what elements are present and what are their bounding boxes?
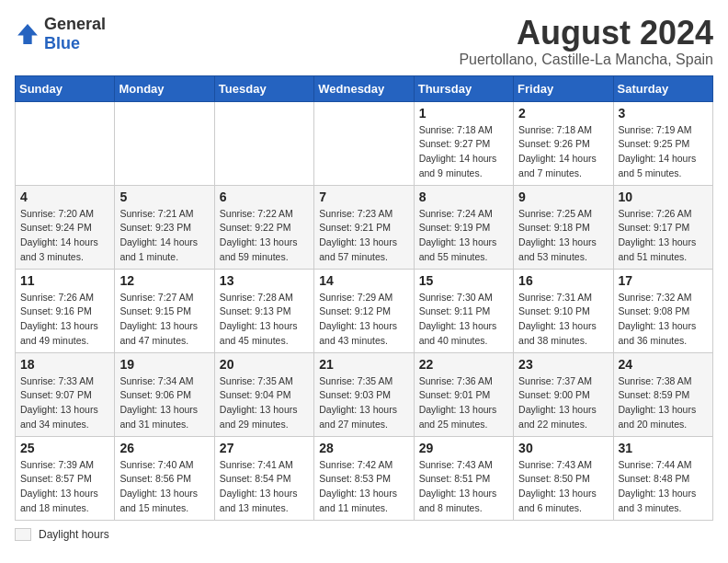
day-info: Sunrise: 7:20 AM Sunset: 9:24 PM Dayligh… [20, 207, 109, 265]
day-info: Sunrise: 7:37 AM Sunset: 9:00 PM Dayligh… [518, 374, 608, 432]
day-number: 12 [119, 273, 209, 288]
day-number: 14 [319, 273, 408, 288]
day-number: 26 [119, 441, 209, 455]
calendar-cell: 21Sunrise: 7:35 AM Sunset: 9:03 PM Dayli… [314, 352, 414, 436]
day-number: 22 [419, 357, 508, 372]
day-info: Sunrise: 7:35 AM Sunset: 9:03 PM Dayligh… [319, 374, 408, 432]
calendar-cell: 20Sunrise: 7:35 AM Sunset: 9:04 PM Dayli… [214, 352, 313, 436]
calendar-cell: 28Sunrise: 7:42 AM Sunset: 8:53 PM Dayli… [314, 436, 414, 520]
calendar-cell: 9Sunrise: 7:25 AM Sunset: 9:18 PM Daylig… [514, 185, 613, 269]
day-number: 21 [319, 357, 408, 372]
calendar-cell [314, 101, 414, 185]
calendar-cell: 3Sunrise: 7:19 AM Sunset: 9:25 PM Daylig… [613, 101, 712, 185]
calendar-cell: 10Sunrise: 7:26 AM Sunset: 9:17 PM Dayli… [613, 185, 712, 269]
day-info: Sunrise: 7:25 AM Sunset: 9:18 PM Dayligh… [518, 207, 608, 265]
day-info: Sunrise: 7:32 AM Sunset: 9:08 PM Dayligh… [619, 291, 708, 349]
calendar-cell: 14Sunrise: 7:29 AM Sunset: 9:12 PM Dayli… [314, 269, 414, 352]
calendar-cell: 11Sunrise: 7:26 AM Sunset: 9:16 PM Dayli… [16, 269, 115, 352]
calendar-week-row: 18Sunrise: 7:33 AM Sunset: 9:07 PM Dayli… [16, 352, 713, 436]
day-number: 5 [119, 190, 209, 204]
day-number: 19 [119, 357, 209, 372]
logo-general: General [44, 15, 106, 33]
day-number: 1 [419, 106, 508, 121]
day-info: Sunrise: 7:28 AM Sunset: 9:13 PM Dayligh… [220, 291, 309, 349]
day-info: Sunrise: 7:29 AM Sunset: 9:12 PM Dayligh… [319, 291, 408, 349]
day-info: Sunrise: 7:31 AM Sunset: 9:10 PM Dayligh… [518, 291, 608, 349]
calendar-cell [16, 101, 115, 185]
day-info: Sunrise: 7:36 AM Sunset: 9:01 PM Dayligh… [419, 374, 508, 432]
day-number: 27 [220, 441, 309, 455]
day-info: Sunrise: 7:38 AM Sunset: 8:59 PM Dayligh… [619, 374, 708, 432]
day-info: Sunrise: 7:21 AM Sunset: 9:23 PM Dayligh… [119, 207, 209, 265]
calendar-cell: 12Sunrise: 7:27 AM Sunset: 9:15 PM Dayli… [115, 269, 214, 352]
day-number: 28 [319, 441, 408, 455]
calendar-header-row: SundayMondayTuesdayWednesdayThursdayFrid… [16, 75, 713, 101]
calendar-week-row: 11Sunrise: 7:26 AM Sunset: 9:16 PM Dayli… [16, 269, 713, 352]
day-info: Sunrise: 7:24 AM Sunset: 9:19 PM Dayligh… [419, 207, 508, 265]
calendar-day-header: Wednesday [314, 75, 414, 101]
day-number: 20 [220, 357, 309, 372]
day-info: Sunrise: 7:22 AM Sunset: 9:22 PM Dayligh… [220, 207, 309, 265]
day-number: 9 [518, 190, 608, 204]
calendar-cell: 6Sunrise: 7:22 AM Sunset: 9:22 PM Daylig… [214, 185, 313, 269]
day-info: Sunrise: 7:19 AM Sunset: 9:25 PM Dayligh… [619, 123, 708, 181]
day-number: 17 [619, 273, 708, 288]
calendar-cell: 25Sunrise: 7:39 AM Sunset: 8:57 PM Dayli… [16, 436, 115, 520]
day-number: 31 [619, 441, 708, 455]
page-header: General Blue August 2024 Puertollano, Ca… [15, 15, 713, 68]
calendar-cell: 4Sunrise: 7:20 AM Sunset: 9:24 PM Daylig… [16, 185, 115, 269]
day-info: Sunrise: 7:26 AM Sunset: 9:17 PM Dayligh… [619, 207, 708, 265]
calendar-cell: 17Sunrise: 7:32 AM Sunset: 9:08 PM Dayli… [613, 269, 712, 352]
day-info: Sunrise: 7:42 AM Sunset: 8:53 PM Dayligh… [319, 458, 408, 516]
day-info: Sunrise: 7:33 AM Sunset: 9:07 PM Dayligh… [20, 374, 109, 432]
calendar-cell: 31Sunrise: 7:44 AM Sunset: 8:48 PM Dayli… [613, 436, 712, 520]
calendar-cell [115, 101, 214, 185]
day-number: 11 [20, 273, 109, 288]
day-number: 25 [20, 441, 109, 455]
day-number: 2 [518, 106, 608, 121]
calendar-cell: 18Sunrise: 7:33 AM Sunset: 9:07 PM Dayli… [16, 352, 115, 436]
day-info: Sunrise: 7:18 AM Sunset: 9:26 PM Dayligh… [518, 123, 608, 181]
day-number: 8 [419, 190, 508, 204]
day-info: Sunrise: 7:18 AM Sunset: 9:27 PM Dayligh… [419, 123, 508, 181]
title-block: August 2024 Puertollano, Castille-La Man… [459, 15, 713, 68]
calendar-cell: 27Sunrise: 7:41 AM Sunset: 8:54 PM Dayli… [214, 436, 313, 520]
day-number: 18 [20, 357, 109, 372]
day-number: 6 [220, 190, 309, 204]
calendar-cell: 23Sunrise: 7:37 AM Sunset: 9:00 PM Dayli… [514, 352, 613, 436]
day-info: Sunrise: 7:35 AM Sunset: 9:04 PM Dayligh… [220, 374, 309, 432]
calendar-table: SundayMondayTuesdayWednesdayThursdayFrid… [15, 75, 713, 521]
legend-box [15, 528, 31, 541]
calendar-cell: 26Sunrise: 7:40 AM Sunset: 8:56 PM Dayli… [115, 436, 214, 520]
day-number: 4 [20, 190, 109, 204]
day-number: 23 [518, 357, 608, 372]
day-info: Sunrise: 7:23 AM Sunset: 9:21 PM Dayligh… [319, 207, 408, 265]
calendar-day-header: Sunday [16, 75, 115, 101]
main-title: August 2024 [459, 15, 713, 52]
calendar-cell: 5Sunrise: 7:21 AM Sunset: 9:23 PM Daylig… [115, 185, 214, 269]
logo-blue: Blue [44, 34, 80, 52]
calendar-cell: 15Sunrise: 7:30 AM Sunset: 9:11 PM Dayli… [414, 269, 513, 352]
calendar-cell: 1Sunrise: 7:18 AM Sunset: 9:27 PM Daylig… [414, 101, 513, 185]
day-number: 30 [518, 441, 608, 455]
day-number: 16 [518, 273, 608, 288]
day-number: 15 [419, 273, 508, 288]
calendar-day-header: Thursday [414, 75, 513, 101]
calendar-cell: 22Sunrise: 7:36 AM Sunset: 9:01 PM Dayli… [414, 352, 513, 436]
day-info: Sunrise: 7:27 AM Sunset: 9:15 PM Dayligh… [119, 291, 209, 349]
calendar-day-header: Saturday [613, 75, 712, 101]
day-info: Sunrise: 7:40 AM Sunset: 8:56 PM Dayligh… [119, 458, 209, 516]
day-info: Sunrise: 7:43 AM Sunset: 8:51 PM Dayligh… [419, 458, 508, 516]
calendar-week-row: 4Sunrise: 7:20 AM Sunset: 9:24 PM Daylig… [16, 185, 713, 269]
calendar-cell: 24Sunrise: 7:38 AM Sunset: 8:59 PM Dayli… [613, 352, 712, 436]
calendar-cell: 29Sunrise: 7:43 AM Sunset: 8:51 PM Dayli… [414, 436, 513, 520]
calendar-day-header: Tuesday [214, 75, 313, 101]
calendar-week-row: 25Sunrise: 7:39 AM Sunset: 8:57 PM Dayli… [16, 436, 713, 520]
calendar-day-header: Monday [115, 75, 214, 101]
day-number: 24 [619, 357, 708, 372]
day-info: Sunrise: 7:41 AM Sunset: 8:54 PM Dayligh… [220, 458, 309, 516]
day-info: Sunrise: 7:39 AM Sunset: 8:57 PM Dayligh… [20, 458, 109, 516]
subtitle: Puertollano, Castille-La Mancha, Spain [459, 52, 713, 68]
day-info: Sunrise: 7:43 AM Sunset: 8:50 PM Dayligh… [518, 458, 608, 516]
svg-marker-0 [17, 24, 38, 44]
